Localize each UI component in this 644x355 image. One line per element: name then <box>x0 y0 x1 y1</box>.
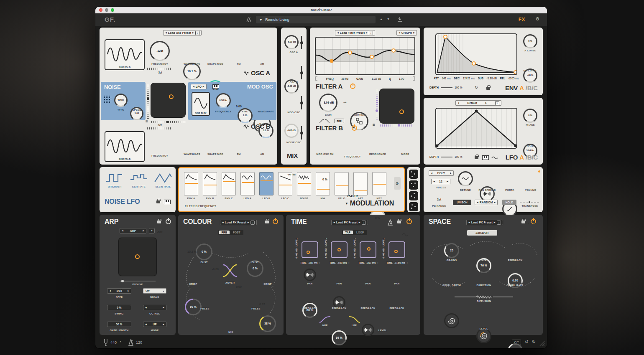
arp-power-button[interactable] <box>166 219 171 224</box>
arrow-right-icon[interactable]: ▶ <box>486 102 487 104</box>
space-lock-icon[interactable] <box>521 221 525 223</box>
transpose-slider[interactable] <box>520 201 539 203</box>
arrow-right-icon[interactable]: ▶ <box>163 323 164 325</box>
pre-segment[interactable]: PRE <box>219 231 230 234</box>
stepper-icon[interactable]: ▲▼ <box>319 262 320 264</box>
time-power-button[interactable] <box>406 219 412 224</box>
download-icon[interactable]: ↓ <box>250 221 255 225</box>
arp-scale-select[interactable]: Off▾ <box>143 288 166 294</box>
dice-icon[interactable] <box>409 202 418 211</box>
mod-osc-frequency-knob[interactable]: 0.38 Hz <box>216 93 231 108</box>
lfo-depth-slider[interactable] <box>441 157 452 157</box>
metronome-icon[interactable] <box>387 219 393 226</box>
mix-osc-a-knob[interactable]: -6.00 dB <box>284 35 299 49</box>
resize-grip-icon[interactable] <box>539 340 545 346</box>
bitcrush-wave-icon[interactable] <box>105 172 124 184</box>
lfo-depth-value[interactable]: 100 % <box>455 155 462 158</box>
filter-a-gain-knob[interactable]: -3.09 dB <box>319 94 337 112</box>
lpf-curve-icon[interactable] <box>348 315 360 323</box>
mod-slot-env-c[interactable] <box>222 172 236 195</box>
lfo-lock-icon[interactable] <box>475 156 478 159</box>
mix-mod-osc-slider[interactable] <box>301 96 302 109</box>
xover-icon[interactable] <box>221 261 239 280</box>
arrow-right-icon[interactable]: ▶ <box>248 221 249 223</box>
modulation-settings-icon[interactable]: ⚙ <box>394 177 401 190</box>
arrow-right-icon[interactable]: ▶ <box>413 32 415 34</box>
osc-xy-hslider-handle[interactable] <box>166 121 169 123</box>
stepper-icon[interactable]: ▲▼ <box>406 262 408 264</box>
arrow-left-icon[interactable]: ◀ <box>122 230 123 232</box>
download-icon[interactable]: ↓ <box>369 31 373 35</box>
arrow-left-icon[interactable]: ◀ <box>109 290 111 292</box>
colour-dust-left-knob[interactable]: 0 % <box>196 243 212 260</box>
evolve-slider-handle[interactable] <box>121 280 124 282</box>
arrow-right-icon[interactable]: ▶ <box>128 290 129 292</box>
q-value[interactable]: 1.00 <box>399 77 404 80</box>
mix-osc-b-slider[interactable] <box>301 66 302 79</box>
slider-bracket-icon[interactable] <box>315 76 318 81</box>
loop-segment[interactable]: LOOP <box>354 231 366 234</box>
unison-button[interactable]: UNISON <box>453 200 471 205</box>
space-preset-dropdown[interactable]: ◀ Load FX Preset ▶ ↓ <box>466 220 503 225</box>
rel-value[interactable]: 6265 ms <box>509 77 519 80</box>
hold-button[interactable]: HOLD <box>502 200 516 205</box>
arp-lock-icon[interactable] <box>157 221 161 223</box>
lfo-preset-dropdown[interactable]: ◀ Default ▶ ↓ <box>455 100 501 106</box>
evolve-slider[interactable] <box>120 281 156 281</box>
download-icon[interactable]: ↓ <box>495 101 499 105</box>
sample-hold-wave-icon[interactable] <box>130 172 148 184</box>
download-icon[interactable]: ↓ <box>362 221 366 225</box>
sus-value[interactable]: -5.88 dB <box>486 77 497 80</box>
noise-type-knob[interactable]: White <box>114 94 128 107</box>
osc-a-waveform-display[interactable]: SINE FOLD <box>105 39 145 70</box>
zoom-button[interactable] <box>111 8 114 12</box>
osc-xy-pad-cursor[interactable] <box>169 94 174 99</box>
dice-icon[interactable] <box>409 180 418 190</box>
slider-bracket-icon[interactable] <box>412 76 415 81</box>
preset-next-icon[interactable]: ▼ <box>387 18 390 20</box>
filter-xy-horizontal-slider[interactable] <box>380 124 414 127</box>
arrow-left-icon[interactable]: ◀ <box>222 221 224 223</box>
arrow-right-icon[interactable]: ▶ <box>450 172 452 174</box>
arrow-right-icon[interactable]: ▶ <box>447 180 448 183</box>
tap1-pad[interactable] <box>302 241 318 258</box>
filter-xy-pad-cursor[interactable] <box>399 109 404 114</box>
tap1-level[interactable]: -6.02 dBLEVEL <box>295 241 298 259</box>
mod-slot-env-a[interactable] <box>184 172 198 195</box>
env-lock-icon[interactable] <box>486 87 490 90</box>
stepper-icon[interactable]: ▲▼ <box>377 262 378 264</box>
lfo-graph[interactable] <box>435 108 517 149</box>
arrow-right-icon[interactable]: ▶ <box>163 307 164 309</box>
arrow-left-icon[interactable]: ◀ <box>145 323 147 325</box>
tuning-value[interactable]: 440 <box>110 340 117 345</box>
metronome-icon[interactable] <box>128 339 134 346</box>
arp-rate-stepper[interactable]: ◀ 1/16 ▶ <box>107 288 131 294</box>
arp-xy-pad-cursor[interactable] <box>135 254 140 259</box>
cc-button[interactable]: CC <box>512 340 521 345</box>
env-tab-a[interactable]: A <box>519 84 524 91</box>
arrow-right-icon[interactable]: ▶ <box>192 32 194 34</box>
dec-value[interactable]: 12421 ms <box>463 77 475 80</box>
arrow-right-icon[interactable]: ▶ <box>366 32 368 34</box>
env-depth-value[interactable]: 100 % <box>455 86 462 89</box>
arrow-left-icon[interactable]: ◀ <box>468 221 470 223</box>
filter-graph-toggle[interactable]: ◀ GRAPH ▶ <box>396 30 417 36</box>
filter-response-graph[interactable] <box>315 37 415 75</box>
caret-down-icon[interactable]: ▼ <box>345 202 348 205</box>
tempo-value[interactable]: 120 <box>136 340 142 345</box>
filter-a-power-button[interactable] <box>350 84 355 89</box>
arp-gate-field[interactable]: 50 % <box>107 322 131 327</box>
osc-b-fine-slider[interactable] <box>147 127 172 129</box>
arrow-left-icon[interactable]: ◀ <box>431 172 432 174</box>
osc-preset-dropdown[interactable]: ◀ Load Osc Preset ▶ ↓ <box>163 30 202 36</box>
env-loop-icon[interactable]: ↻ <box>475 85 478 90</box>
env-tabs-bc[interactable]: /B/C <box>526 84 538 91</box>
minimize-button[interactable] <box>105 8 108 12</box>
settings-gear-icon[interactable]: ⚙ <box>535 17 539 21</box>
tap3-time-value[interactable]: .769 ms <box>366 261 376 264</box>
filter-preset-dropdown[interactable]: ◀ Load Filter Preset ▶ ↓ <box>335 30 375 36</box>
lfo-wave-icon[interactable] <box>491 156 498 160</box>
tap4-time-value[interactable]: .1169 ms <box>394 261 405 264</box>
arp-xy-pad[interactable] <box>118 237 157 276</box>
arp-swing-field[interactable]: 0 % <box>107 305 131 310</box>
